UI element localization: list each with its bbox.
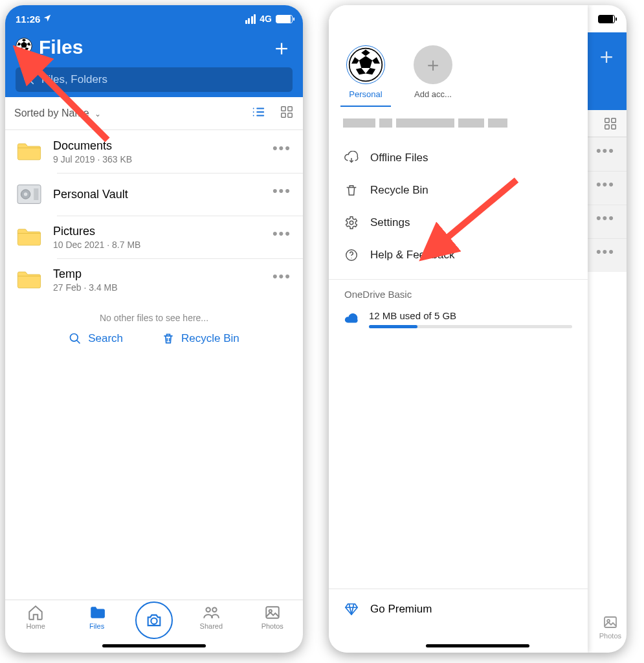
svg-point-23 bbox=[71, 334, 78, 342]
battery-icon bbox=[598, 15, 615, 23]
location-icon bbox=[43, 14, 52, 25]
tab-bar: Home Files Shared Photos bbox=[5, 600, 303, 653]
drawer-menu: Offline Files Recycle Bin Settings Help … bbox=[329, 138, 588, 275]
svg-line-24 bbox=[77, 341, 80, 344]
folder-icon bbox=[14, 222, 44, 252]
phone-files-screen: 11:26 4G Files ＋ Files, Folders bbox=[5, 5, 303, 653]
svg-rect-36 bbox=[612, 124, 616, 128]
page-title: Files bbox=[39, 36, 83, 58]
cloud-download-icon bbox=[344, 151, 359, 165]
view-list-icon[interactable] bbox=[251, 105, 265, 122]
svg-point-28 bbox=[206, 607, 211, 612]
view-grid-icon[interactable] bbox=[280, 105, 294, 122]
redacted-email bbox=[343, 118, 573, 134]
file-list: Documents9 Jul 2019 · 363 KB ••• Persona… bbox=[5, 130, 303, 600]
chevron-down-icon: ⌄ bbox=[94, 109, 101, 118]
profile-avatar[interactable] bbox=[16, 38, 32, 57]
add-button-dimmed: ＋ bbox=[595, 41, 617, 71]
tab-shared[interactable]: Shared bbox=[188, 604, 234, 630]
svg-point-46 bbox=[350, 221, 353, 225]
menu-recycle-bin[interactable]: Recycle Bin bbox=[329, 174, 588, 207]
search-placeholder: Files, Folders bbox=[41, 73, 107, 86]
file-row[interactable]: Personal Vault ••• bbox=[5, 173, 303, 216]
home-indicator bbox=[102, 644, 206, 647]
diamond-icon bbox=[344, 602, 359, 616]
menu-settings[interactable]: Settings bbox=[329, 207, 588, 239]
home-indicator bbox=[426, 644, 529, 647]
battery-icon bbox=[276, 15, 293, 23]
file-row[interactable]: Temp27 Feb · 3.4 MB ••• bbox=[5, 258, 303, 301]
svg-rect-30 bbox=[266, 607, 279, 618]
tab-files[interactable]: Files bbox=[74, 604, 120, 630]
svg-rect-17 bbox=[282, 113, 285, 117]
cloud-icon bbox=[344, 312, 359, 326]
folder-icon bbox=[14, 265, 44, 295]
vault-icon bbox=[14, 179, 44, 209]
trash-icon bbox=[344, 183, 359, 197]
more-icon[interactable]: ••• bbox=[270, 183, 294, 199]
app-header: 11:26 4G Files ＋ Files, Folders bbox=[5, 5, 303, 97]
plus-icon: ＋ bbox=[414, 45, 452, 84]
go-premium[interactable]: Go Premium bbox=[329, 589, 588, 653]
account-switcher: Personal ＋ Add acc... bbox=[329, 32, 588, 106]
svg-rect-15 bbox=[282, 107, 285, 111]
add-button[interactable]: ＋ bbox=[271, 36, 293, 58]
svg-rect-34 bbox=[612, 118, 616, 122]
sort-button[interactable]: Sorted by Name ⌄ bbox=[14, 107, 101, 119]
svg-line-8 bbox=[31, 82, 34, 84]
gear-icon bbox=[344, 216, 359, 230]
status-bar bbox=[329, 5, 627, 32]
more-icon[interactable]: ••• bbox=[270, 225, 294, 242]
svg-rect-37 bbox=[605, 617, 616, 627]
tab-home[interactable]: Home bbox=[13, 604, 58, 630]
svg-point-27 bbox=[151, 618, 157, 624]
svg-rect-22 bbox=[34, 188, 38, 200]
recycle-action[interactable]: Recycle Bin bbox=[162, 332, 239, 345]
tab-photos[interactable]: Photos bbox=[250, 604, 295, 630]
empty-message: No other files to see here... bbox=[5, 313, 303, 323]
svg-rect-33 bbox=[605, 118, 609, 122]
menu-offline-files[interactable]: Offline Files bbox=[329, 142, 588, 174]
more-icon[interactable]: ••• bbox=[270, 268, 294, 285]
signal-icon bbox=[245, 14, 256, 24]
svg-rect-16 bbox=[288, 107, 292, 111]
account-personal[interactable]: Personal bbox=[343, 45, 388, 99]
plan-label: OneDrive Basic bbox=[329, 279, 588, 304]
storage-bar bbox=[369, 325, 572, 328]
network-label: 4G bbox=[260, 14, 272, 24]
svg-point-48 bbox=[351, 258, 351, 258]
file-row[interactable]: Documents9 Jul 2019 · 363 KB ••• bbox=[5, 130, 303, 173]
add-account[interactable]: ＋ Add acc... bbox=[410, 45, 456, 99]
svg-point-7 bbox=[25, 75, 32, 82]
storage-usage[interactable]: 12 MB used of 5 GB bbox=[329, 304, 588, 335]
status-time: 11:26 bbox=[16, 14, 40, 25]
status-bar: 11:26 4G bbox=[16, 12, 293, 26]
search-action[interactable]: Search bbox=[69, 332, 123, 345]
tab-photos-dimmed: Photos bbox=[599, 614, 621, 640]
svg-point-29 bbox=[213, 607, 217, 612]
account-tab-indicator bbox=[340, 106, 391, 107]
menu-help[interactable]: Help & Feedback bbox=[329, 239, 588, 271]
more-icon[interactable]: ••• bbox=[270, 140, 294, 157]
help-icon bbox=[344, 248, 359, 262]
avatar bbox=[346, 45, 385, 84]
account-drawer: Personal ＋ Add acc... Offline Files Recy… bbox=[329, 5, 588, 653]
search-input[interactable]: Files, Folders bbox=[16, 67, 293, 92]
svg-point-21 bbox=[24, 192, 27, 196]
sort-bar: Sorted by Name ⌄ bbox=[5, 97, 303, 130]
svg-rect-18 bbox=[288, 113, 292, 117]
svg-rect-35 bbox=[605, 124, 609, 128]
phone-account-drawer: ＋ ••• ••• ••• ••• Photos Personal bbox=[329, 5, 627, 653]
file-row[interactable]: Pictures10 Dec 2021 · 8.7 MB ••• bbox=[5, 216, 303, 258]
folder-icon bbox=[14, 137, 44, 166]
camera-button[interactable] bbox=[135, 604, 173, 639]
